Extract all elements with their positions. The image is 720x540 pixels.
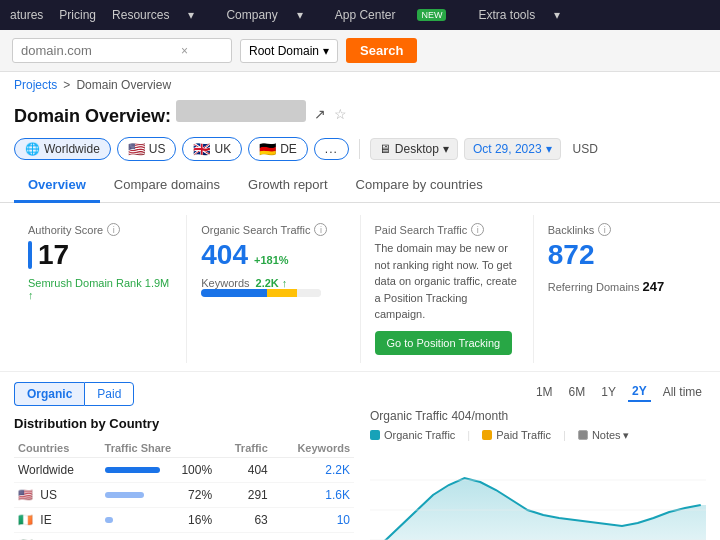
chart-title: Organic Traffic 404/month: [370, 408, 706, 423]
keywords-count: 10: [272, 507, 354, 532]
time-tab-2y[interactable]: 2Y: [628, 382, 651, 402]
distribution-title: Distribution by Country: [14, 416, 354, 431]
organic-traffic-chart: Dec 2021 Mar 2022 Jun 2022 Sep 2: [370, 450, 706, 541]
uk-flag-icon: 🇬🇧: [193, 141, 210, 157]
authority-bar: [28, 241, 32, 269]
clear-icon[interactable]: ×: [181, 44, 188, 58]
table-row: 🇺🇸 US 72% 291 1.6K: [14, 482, 354, 507]
distribution-section: Organic Paid Distribution by Country Cou…: [14, 382, 354, 541]
date-filter-button[interactable]: Oct 29, 2023 ▾: [464, 138, 561, 160]
legend-paid[interactable]: Paid Traffic: [482, 429, 551, 441]
traffic-bar-cell: [101, 507, 164, 532]
legend-notes[interactable]: Notes ▾: [578, 429, 629, 442]
organic-paid-toggle: Organic Paid: [14, 382, 354, 406]
country-name: Worldwide: [14, 457, 101, 482]
authority-score-label: Authority Score: [28, 224, 103, 236]
keywords-count: 1.6K: [272, 482, 354, 507]
tab-compare-domains[interactable]: Compare domains: [100, 169, 234, 203]
app-center-badge: NEW: [417, 9, 446, 21]
backlinks-card: Backlinks i 872 Referring Domains 247: [534, 215, 706, 363]
organic-traffic-change: +181%: [254, 254, 289, 266]
breadcrumb: Projects > Domain Overview: [0, 72, 720, 98]
device-filter-button[interactable]: 🖥 Desktop ▾: [370, 138, 458, 160]
filter-more-button[interactable]: ...: [314, 138, 349, 160]
paid-legend-dot: [482, 430, 492, 440]
filter-de-button[interactable]: 🇩🇪 DE: [248, 137, 308, 161]
chart-section: 1M 6M 1Y 2Y All time Organic Traffic 404…: [370, 382, 706, 541]
organic-traffic-info-icon[interactable]: i: [314, 223, 327, 236]
time-tab-all[interactable]: All time: [659, 383, 706, 401]
backlinks-info-icon[interactable]: i: [598, 223, 611, 236]
breadcrumb-projects[interactable]: Projects: [14, 78, 57, 92]
notes-legend-dot: [578, 430, 588, 440]
paid-traffic-info-icon[interactable]: i: [471, 223, 484, 236]
nav-item-company[interactable]: Company ▾: [226, 8, 318, 22]
keywords-count: 12: [272, 532, 354, 540]
filter-us-button[interactable]: 🇺🇸 US: [117, 137, 177, 161]
mini-bar: [105, 492, 145, 498]
keywords-count: 2.2K: [272, 457, 354, 482]
search-input[interactable]: [21, 43, 181, 58]
nav-item-app-center[interactable]: App Center NEW: [335, 8, 463, 22]
paid-legend-label: Paid Traffic: [496, 429, 551, 441]
traffic-value: 291: [216, 482, 272, 507]
paid-traffic-label: Paid Search Traffic: [375, 224, 468, 236]
domain-overview-title: Domain Overview:: [14, 100, 306, 127]
col-traffic-share: Traffic Share: [101, 439, 217, 458]
traffic-share: 100%: [164, 457, 217, 482]
keywords-value: 2.2K ↑: [256, 277, 288, 289]
keywords-label: Keywords: [201, 277, 249, 289]
domain-name-blurred: [176, 100, 306, 122]
legend-organic[interactable]: Organic Traffic: [370, 429, 455, 441]
mini-bar: [105, 467, 160, 473]
toggle-organic[interactable]: Organic: [14, 382, 84, 406]
organic-traffic-label: Organic Search Traffic: [201, 224, 310, 236]
nav-item-extra-tools[interactable]: Extra tools ▾: [478, 8, 576, 22]
paid-traffic-card: Paid Search Traffic i The domain may be …: [361, 215, 534, 363]
traffic-value: 404: [216, 457, 272, 482]
distribution-table: Countries Traffic Share Traffic Keywords…: [14, 439, 354, 541]
nav-item-resources[interactable]: Resources ▾: [112, 8, 210, 22]
traffic-share: 3.2%: [164, 532, 217, 540]
search-button[interactable]: Search: [346, 38, 417, 63]
filter-worldwide-button[interactable]: 🌐 Worldwide: [14, 138, 111, 160]
backlinks-value: 872: [548, 239, 595, 270]
domain-title-row: Domain Overview: ↗ ☆: [0, 98, 720, 133]
search-input-wrap: ×: [12, 38, 232, 63]
kw-bar-yellow: [267, 289, 297, 297]
breadcrumb-current: Domain Overview: [76, 78, 171, 92]
traffic-bar-cell: [101, 482, 164, 507]
semrush-rank: Semrush Domain Rank 1.9M ↑: [28, 277, 172, 301]
time-tab-1m[interactable]: 1M: [532, 383, 557, 401]
nav-item-features[interactable]: atures: [10, 8, 43, 22]
toggle-paid[interactable]: Paid: [84, 382, 134, 406]
kw-bar-gray: [297, 289, 321, 297]
paid-traffic-info: The domain may be new or not ranking rig…: [375, 240, 519, 323]
mini-bar: [105, 517, 114, 523]
tab-compare-countries[interactable]: Compare by countries: [342, 169, 497, 203]
col-traffic: Traffic: [216, 439, 272, 458]
metrics-row: Authority Score i 17 Semrush Domain Rank…: [0, 203, 720, 372]
chart-value: 404/month: [451, 409, 508, 423]
us-flag-icon: 🇺🇸: [128, 141, 145, 157]
tab-growth-report[interactable]: Growth report: [234, 169, 341, 203]
time-tab-1y[interactable]: 1Y: [597, 383, 620, 401]
position-tracking-button[interactable]: Go to Position Tracking: [375, 331, 513, 355]
filter-divider: [359, 139, 360, 159]
top-nav: atures Pricing Resources ▾ Company ▾ App…: [0, 0, 720, 30]
filter-uk-button[interactable]: 🇬🇧 UK: [182, 137, 242, 161]
tab-overview[interactable]: Overview: [14, 169, 100, 203]
referring-domains: Referring Domains 247: [548, 279, 692, 294]
nav-item-pricing[interactable]: Pricing: [59, 8, 96, 22]
star-icon[interactable]: ☆: [334, 106, 347, 122]
organic-legend-dot: [370, 430, 380, 440]
external-link-icon[interactable]: ↗: [314, 106, 326, 122]
authority-score-info-icon[interactable]: i: [107, 223, 120, 236]
root-domain-button[interactable]: Root Domain ▾: [240, 39, 338, 63]
table-row: 🇮🇪 IE 16% 63 10: [14, 507, 354, 532]
currency-display: USD: [567, 139, 604, 159]
main-tabs: Overview Compare domains Growth report C…: [0, 169, 720, 203]
country-name: 🇵🇰 PK: [14, 532, 101, 540]
filter-bar: 🌐 Worldwide 🇺🇸 US 🇬🇧 UK 🇩🇪 DE ... 🖥 Desk…: [0, 133, 720, 169]
time-tab-6m[interactable]: 6M: [565, 383, 590, 401]
